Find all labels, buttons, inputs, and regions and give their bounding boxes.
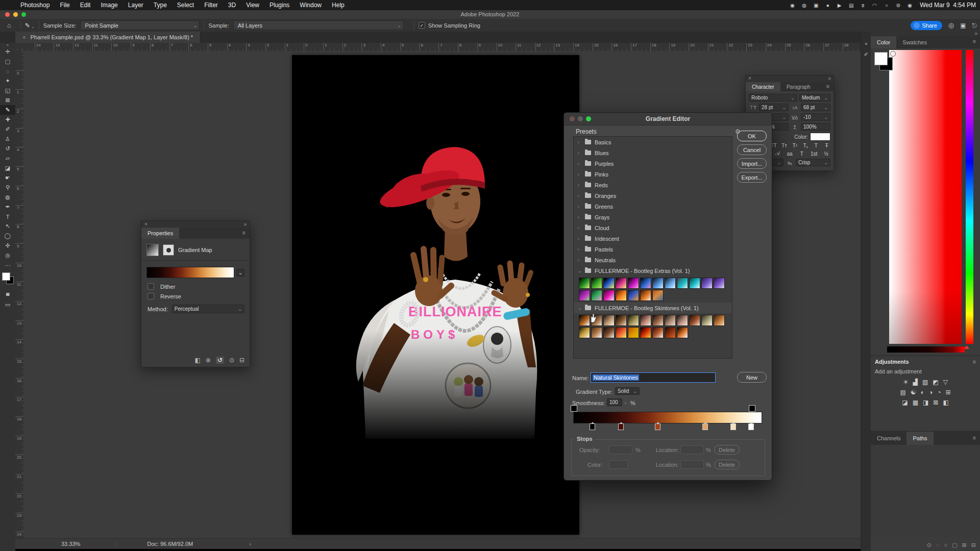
- foreground-background-colors[interactable]: [2, 272, 13, 284]
- sample-dropdown[interactable]: All Layers ⌄: [233, 20, 404, 30]
- color-stop[interactable]: [702, 423, 708, 430]
- menu-item[interactable]: Edit: [75, 2, 96, 9]
- preset-swatch[interactable]: [640, 315, 651, 326]
- preset-swatch[interactable]: [652, 315, 664, 326]
- reverse-checkbox[interactable]: [148, 293, 154, 299]
- preset-folder-row[interactable]: › Pinks: [574, 169, 732, 180]
- panel-menu-icon[interactable]: ≡: [826, 83, 829, 89]
- tracking-dropdown[interactable]: -10⌄: [801, 113, 830, 121]
- location-field[interactable]: [680, 460, 704, 469]
- opentype-feature-button[interactable]: aa: [786, 151, 794, 157]
- stroke-path-icon[interactable]: ◌: [936, 542, 940, 548]
- location-field[interactable]: [680, 445, 704, 454]
- type-color-swatch[interactable]: [810, 133, 830, 141]
- color-picker-cursor[interactable]: [890, 51, 896, 57]
- doc-size-indicator[interactable]: Doc: 96.6M/92.0M: [147, 541, 193, 547]
- name-input[interactable]: Natural Skintones: [591, 372, 716, 383]
- dialog-title-bar[interactable]: Gradient Editor: [564, 113, 772, 126]
- delete-stop-button[interactable]: Delete: [714, 460, 740, 469]
- delete-adjustment-icon[interactable]: ⊟: [239, 357, 244, 364]
- chevron-right-icon[interactable]: ›: [578, 226, 581, 231]
- chevron-right-icon[interactable]: ›: [578, 183, 581, 188]
- close-icon[interactable]: ×: [748, 76, 751, 81]
- gradient-map-icon[interactable]: ◧: [943, 399, 948, 406]
- menu-item[interactable]: Help: [327, 2, 350, 9]
- preset-folder-row[interactable]: › Reds: [574, 180, 732, 190]
- add-mask-icon[interactable]: ▢: [952, 542, 957, 548]
- menu-item[interactable]: Plugins: [264, 2, 295, 9]
- app-status-icon[interactable]: ●: [824, 2, 831, 9]
- chevron-right-icon[interactable]: ›: [578, 204, 581, 209]
- tab-paragraph[interactable]: Paragraph: [780, 82, 817, 91]
- collapse-icon[interactable]: »: [974, 31, 977, 36]
- preset-swatch[interactable]: [677, 278, 688, 289]
- menu-item[interactable]: File: [55, 2, 75, 9]
- close-tab-icon[interactable]: ×: [22, 34, 26, 40]
- delete-stop-button[interactable]: Delete: [714, 445, 740, 455]
- preset-folder-row[interactable]: › Neutrals: [574, 255, 732, 265]
- color-stop[interactable]: [730, 423, 736, 430]
- selective-color-icon[interactable]: ⊠: [933, 399, 938, 406]
- preset-folder-row[interactable]: › Grays: [574, 212, 732, 222]
- curves-icon[interactable]: ▧: [922, 379, 928, 386]
- bluetooth-icon[interactable]: ʙ: [859, 2, 867, 9]
- color-lookup-icon[interactable]: ⊞: [945, 389, 950, 396]
- color-stop[interactable]: [590, 423, 595, 430]
- gradient-type-dropdown[interactable]: Solid ⌄: [615, 387, 640, 395]
- preset-swatch[interactable]: [628, 278, 639, 289]
- chevron-right-icon[interactable]: ›: [578, 161, 581, 166]
- cancel-button[interactable]: Cancel: [737, 144, 767, 155]
- document-canvas[interactable]: BILLIONAIRE BOY$: [292, 55, 579, 535]
- saturation-brightness-field[interactable]: [889, 50, 962, 344]
- ramp-marker[interactable]: [964, 345, 969, 349]
- preset-swatch[interactable]: [701, 315, 713, 326]
- battery-icon[interactable]: ▤: [847, 2, 855, 9]
- preset-swatch[interactable]: [603, 278, 615, 289]
- preset-folder-row[interactable]: › Iridescent: [574, 233, 732, 244]
- menu-item[interactable]: Image: [95, 2, 122, 9]
- menu-item[interactable]: Select: [172, 2, 199, 9]
- color-stop[interactable]: [748, 423, 754, 430]
- tab-channels[interactable]: Channels: [871, 432, 906, 445]
- preset-swatch[interactable]: [677, 315, 688, 326]
- hand-tool[interactable]: ✣: [0, 241, 15, 251]
- menu-item[interactable]: 3D: [223, 2, 241, 9]
- preset-swatch[interactable]: [628, 315, 639, 326]
- preset-folder-row[interactable]: › Blues: [574, 147, 732, 158]
- zoom-tool[interactable]: ◎: [0, 251, 15, 260]
- path-selection-tool[interactable]: ↖: [0, 221, 15, 231]
- brush-settings-icon[interactable]: ✐: [861, 52, 871, 57]
- marquee-tool[interactable]: ▢: [0, 57, 15, 66]
- type-style-button[interactable]: T¹: [791, 143, 799, 148]
- preset-swatch[interactable]: [579, 327, 590, 338]
- tab-paths[interactable]: Paths: [906, 432, 933, 445]
- preset-folder-row[interactable]: › Greens: [574, 201, 732, 212]
- foreground-color-swatch[interactable]: [874, 52, 888, 65]
- opentype-feature-button[interactable]: T: [797, 151, 806, 157]
- document-tab[interactable]: × Pharrell Example.psd @ 33.3% (Gradient…: [15, 32, 201, 43]
- preset-swatch[interactable]: [616, 327, 627, 338]
- chevron-right-icon[interactable]: ›: [578, 172, 581, 177]
- shape-tool[interactable]: ◯: [0, 231, 15, 241]
- expand-dock-icon[interactable]: «: [861, 41, 871, 46]
- healing-brush-tool[interactable]: ✚: [0, 115, 15, 124]
- foreground-color-swatch[interactable]: [2, 272, 10, 281]
- stop-color-swatch[interactable]: [609, 460, 628, 469]
- preset-group-row[interactable]: ⌄ FULLERMOE - Bootleg Skintones (Vol. 1): [574, 303, 732, 313]
- export-icon[interactable]: ⎋: [972, 22, 977, 29]
- threshold-icon[interactable]: ◨: [923, 399, 928, 406]
- preset-swatch[interactable]: [640, 290, 651, 301]
- preset-swatch[interactable]: [714, 278, 725, 289]
- preset-swatch[interactable]: [640, 278, 651, 289]
- lasso-tool[interactable]: ◌: [0, 66, 15, 76]
- chevron-right-icon[interactable]: ›: [578, 193, 581, 198]
- frame-tool[interactable]: ⊠: [0, 95, 15, 105]
- chevron-right-icon[interactable]: ›: [578, 258, 581, 263]
- tab-properties[interactable]: Properties: [141, 228, 179, 239]
- preset-swatch[interactable]: [628, 327, 639, 338]
- horizontal-ruler[interactable]: 1413121110987654321012345678910111213141…: [15, 43, 861, 52]
- opacity-stop[interactable]: [749, 405, 755, 412]
- sample-size-dropdown[interactable]: Point Sample ⌄: [80, 20, 200, 30]
- search-icon[interactable]: ◎: [948, 21, 954, 29]
- chevron-right-icon[interactable]: ›: [578, 215, 581, 220]
